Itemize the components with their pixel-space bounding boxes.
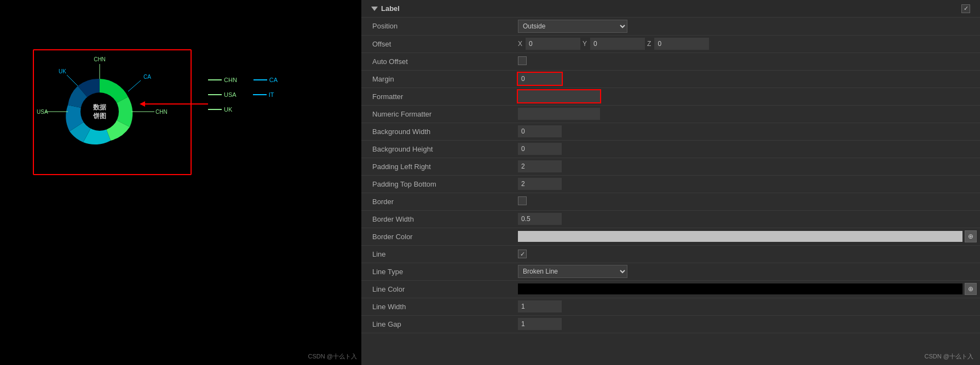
prop-label-line-type: Line Type [361, 263, 515, 280]
table-row: Offset X Y Z [361, 35, 980, 53]
border-color-swatch[interactable] [518, 231, 962, 242]
numeric-formatter-input[interactable] [518, 108, 600, 120]
svg-text:数据: 数据 [93, 103, 107, 111]
offset-y-input[interactable] [590, 38, 645, 50]
prop-label-margin: Margin [361, 70, 515, 88]
prop-value-position[interactable]: Outside Inside Center [515, 18, 980, 35]
table-row: Border Width [361, 210, 980, 228]
position-dropdown[interactable]: Outside Inside Center [518, 20, 627, 33]
legend-uk: UK [224, 106, 232, 113]
prop-label-line-width: Line Width [361, 298, 515, 315]
collapse-triangle[interactable] [371, 7, 378, 11]
prop-value-bg-width[interactable] [515, 123, 980, 140]
legend-chn: CHN [224, 77, 237, 83]
properties-watermark: CSDN @十么ト入 [925, 352, 973, 361]
table-row: Border Color ⊕ [361, 228, 980, 245]
line-color-eyedropper[interactable]: ⊕ [965, 283, 977, 295]
prop-value-line-type[interactable]: Broken Line Straight Line None [515, 263, 980, 280]
svg-marker-15 [140, 101, 145, 107]
prop-value-margin[interactable] [515, 70, 980, 88]
bg-height-input[interactable] [518, 143, 562, 155]
offset-x-input[interactable] [526, 38, 580, 50]
table-row: Numeric Formatter [361, 105, 980, 123]
padding-tb-input[interactable] [518, 178, 562, 190]
prop-value-offset[interactable]: X Y Z [515, 35, 980, 53]
prop-value-line[interactable] [515, 245, 980, 263]
border-checkbox[interactable] [518, 196, 527, 205]
prop-value-line-width[interactable] [515, 298, 980, 315]
table-row: Border [361, 193, 980, 210]
table-row: Formatter [361, 88, 980, 105]
legend-ca: CA [269, 77, 278, 83]
z-label: Z [647, 40, 651, 48]
legend-area: CHN CA USA IT UK [208, 77, 278, 113]
line-color-swatch[interactable] [518, 283, 962, 294]
svg-text:USA: USA [37, 109, 48, 115]
prop-value-line-color[interactable]: ⊕ [515, 280, 980, 298]
prop-value-auto-offset[interactable] [515, 53, 980, 70]
prop-label-bg-height: Background Height [361, 140, 515, 158]
table-row: Line Type Broken Line Straight Line None [361, 263, 980, 280]
properties-table: Position Outside Inside Center Offset X … [361, 18, 980, 333]
prop-label-padding-tb: Padding Top Bottom [361, 175, 515, 193]
prop-label-line: Line [361, 245, 515, 263]
table-row: Background Height [361, 140, 980, 158]
prop-value-border-width[interactable] [515, 210, 980, 228]
legend-it: IT [269, 91, 274, 98]
arrow-svg [140, 96, 211, 112]
y-label: Y [583, 40, 587, 48]
svg-text:饼图: 饼图 [93, 112, 106, 120]
prop-label-offset: Offset [361, 35, 515, 53]
properties-header: Label [361, 0, 980, 18]
right-panel: Label Position Outside Inside Center Off… [361, 0, 980, 365]
svg-text:CA: CA [143, 74, 151, 80]
prop-value-bg-height[interactable] [515, 140, 980, 158]
prop-label-line-color: Line Color [361, 280, 515, 298]
auto-offset-checkbox[interactable] [518, 56, 527, 65]
x-label: X [518, 40, 522, 48]
left-panel: 数据 饼图 CHN CA UK USA CHN [0, 0, 361, 365]
prop-label-border: Border [361, 193, 515, 210]
prop-label-padding-lr: Padding Left Right [361, 158, 515, 175]
line-gap-input[interactable] [518, 318, 562, 330]
formatter-input[interactable] [518, 90, 600, 102]
section-title: Label [381, 4, 400, 13]
prop-label-border-color: Border Color [361, 228, 515, 245]
svg-text:UK: UK [59, 68, 66, 74]
prop-value-border[interactable] [515, 193, 980, 210]
bg-width-input[interactable] [518, 125, 562, 137]
padding-lr-input[interactable] [518, 160, 562, 172]
table-row: Auto Offset [361, 53, 980, 70]
prop-label-position: Position [361, 18, 515, 35]
table-row: Line Gap [361, 315, 980, 333]
prop-label-line-gap: Line Gap [361, 315, 515, 333]
table-row: Line [361, 245, 980, 263]
svg-text:CHN: CHN [94, 56, 106, 62]
chart-container: 数据 饼图 CHN CA UK USA CHN [33, 49, 192, 175]
prop-value-padding-tb[interactable] [515, 175, 980, 193]
prop-label-auto-offset: Auto Offset [361, 53, 515, 70]
prop-value-border-color[interactable]: ⊕ [515, 228, 980, 245]
border-color-eyedropper[interactable]: ⊕ [965, 230, 977, 242]
label-enabled-checkbox[interactable] [961, 4, 970, 13]
prop-value-numeric-formatter[interactable] [515, 105, 980, 123]
legend-usa: USA [224, 91, 237, 98]
table-row: Margin [361, 70, 980, 88]
prop-value-formatter[interactable] [515, 88, 980, 105]
table-row: Line Color ⊕ [361, 280, 980, 298]
table-row: Position Outside Inside Center [361, 18, 980, 35]
watermark: CSDN @十么ト入 [308, 352, 357, 361]
prop-value-line-gap[interactable] [515, 315, 980, 333]
prop-label-numeric-formatter: Numeric Formatter [361, 105, 515, 123]
table-row: Line Width [361, 298, 980, 315]
line-type-dropdown[interactable]: Broken Line Straight Line None [518, 265, 627, 278]
table-row: Padding Top Bottom [361, 175, 980, 193]
prop-value-padding-lr[interactable] [515, 158, 980, 175]
margin-input[interactable] [518, 73, 562, 85]
prop-label-border-width: Border Width [361, 210, 515, 228]
offset-z-input[interactable] [654, 38, 709, 50]
prop-label-bg-width: Background Width [361, 123, 515, 140]
line-width-input[interactable] [518, 300, 562, 312]
border-width-input[interactable] [518, 213, 562, 225]
line-checkbox[interactable] [518, 250, 527, 258]
